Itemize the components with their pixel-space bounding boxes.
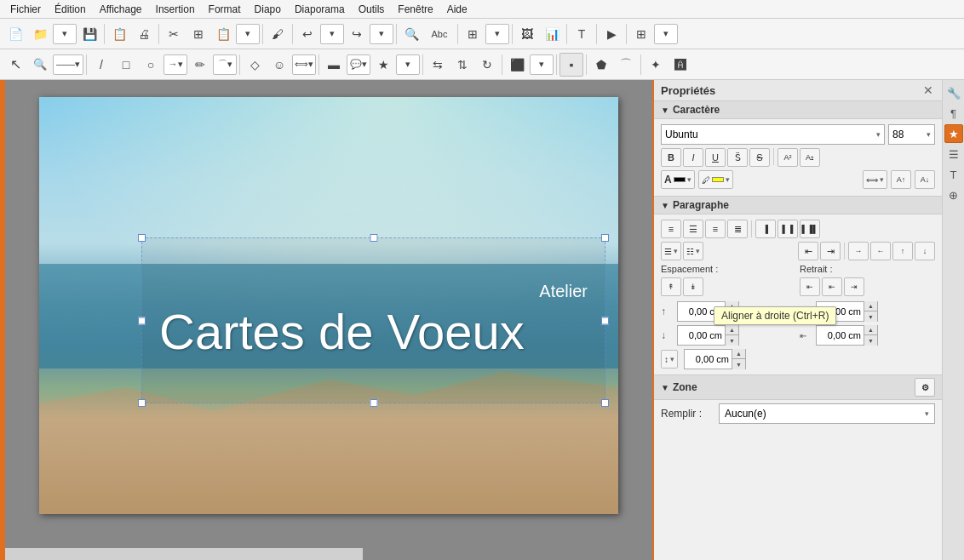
col-1-button[interactable]: ▐ [755,220,776,238]
text-box[interactable]: Atelier Cartes de Voeux [141,237,605,403]
menu-diaporama[interactable]: Diaporama [288,2,352,17]
menu-fichier[interactable]: Fichier [3,2,48,17]
first-indent-btn[interactable]: ⇤ [800,277,820,296]
underline-button[interactable]: U [705,148,726,167]
redo-dropdown[interactable]: ▾ [370,24,393,44]
side-gallery-icon[interactable]: ★ [944,124,963,143]
paste-dropdown[interactable]: ▾ [236,24,260,44]
superscript-button[interactable]: A² [778,148,798,167]
indent-less-button[interactable]: ⇤ [798,242,818,260]
star-dropdown[interactable]: ▾ [396,54,420,75]
callout-tool[interactable]: 💬▾ [347,54,370,75]
redo-button[interactable]: ↪ [345,22,369,46]
shadow-text-button[interactable]: S̈ [727,148,748,167]
line-tool[interactable]: / [89,53,113,77]
align-left-button[interactable]: ≡ [661,220,681,238]
panel-close-button[interactable]: ✕ [921,83,935,97]
side-functions-icon[interactable]: T [944,165,963,184]
retrait-first-dec[interactable]: ▼ [864,311,877,322]
new-button[interactable]: 📄 [3,22,27,46]
menu-insertion[interactable]: Insertion [149,2,202,17]
spacing-below-input[interactable]: 0,00 cm [678,330,725,340]
spellcheck-button[interactable]: Abc [424,22,455,46]
format-brush-button[interactable]: 🖌 [266,22,290,46]
font-size-select[interactable]: 88 ▾ [888,124,935,145]
ltr-button[interactable]: → [848,242,869,260]
bezier-tool[interactable]: ⌒ [614,53,638,77]
find-button[interactable]: 🔍 [399,22,423,46]
image-button[interactable]: 🖼 [515,22,539,46]
rotate-button[interactable]: ↻ [475,53,499,77]
textbox-button[interactable]: T [570,22,594,46]
grid-dropdown[interactable]: ▾ [654,24,678,44]
italic-button[interactable]: I [683,148,703,167]
rect-tool[interactable]: □ [114,53,138,77]
paste-button[interactable]: 📋 [211,22,235,46]
retrait-left-spinbox[interactable]: 0,00 cm ▲ ▼ [816,325,878,346]
line-spacing-dec[interactable]: ▼ [732,359,745,369]
smiley-tool[interactable]: ☺ [267,53,291,77]
cut-button[interactable]: ✂ [162,22,186,46]
star-tool[interactable]: ★ [371,53,395,77]
right-indent-btn[interactable]: ⇥ [844,277,864,296]
save-button[interactable]: 💾 [77,22,101,46]
font-color-button[interactable]: A ▾ [661,170,695,189]
line-spacing-inc[interactable]: ▲ [732,349,745,359]
undo-button[interactable]: ↩ [296,22,319,46]
align-right-button[interactable]: ≡ [705,220,726,238]
list-ordered-button[interactable]: ☷ ▾ [683,242,703,260]
text-up-button[interactable]: ↑ [892,242,913,260]
retrait-left-inc[interactable]: ▲ [864,325,877,335]
para-above-btn[interactable]: ↟ [661,277,681,296]
paragraphe-section-header[interactable]: ▼ Paragraphe [654,197,942,214]
list-unordered-button[interactable]: ☰ ▾ [661,242,681,260]
spacing-below-dec[interactable]: ▼ [725,335,738,346]
align-center-button[interactable]: ☰ [683,220,703,238]
zone-settings-button[interactable]: ⚙ [915,378,935,397]
strikethrough-button[interactable]: S [749,148,770,167]
zoom-tool[interactable]: 🔍 [28,53,52,77]
side-compass-icon[interactable]: ⊕ [944,186,963,204]
line-spacing-button[interactable]: ↕ ▾ [661,350,678,369]
flowchart-tool[interactable]: ▬ [322,53,346,77]
align-button[interactable]: ⬛ [505,53,529,77]
left-indent-btn[interactable]: ⇤ [822,277,842,296]
line-style-dropdown[interactable]: ——▾ [53,54,83,75]
select-tool[interactable]: ↖ [3,53,27,77]
arrow-tool[interactable]: →▾ [164,54,187,75]
freehand-tool[interactable]: ✏ [188,53,212,77]
open-dropdown[interactable]: ▾ [53,24,77,44]
copy-button[interactable]: ⊞ [186,22,210,46]
font-color-arrow[interactable]: ▾ [687,175,691,184]
line-spacing-input[interactable]: 0,00 cm [685,354,732,364]
arrow-shapes-dropdown[interactable]: ⟺▾ [292,54,316,75]
col-2-button[interactable]: ▌▐ [778,220,798,238]
table-insert-button[interactable]: ⊞ [461,22,485,46]
undo-dropdown[interactable]: ▾ [320,24,344,44]
retrait-left-dec[interactable]: ▼ [864,335,877,346]
curve-tool[interactable]: ⌒▾ [213,54,237,75]
char-spacing-arrow[interactable]: ▾ [880,175,884,184]
subscript-btn2[interactable]: A↓ [915,170,935,189]
distribute-button[interactable]: ▾ [530,54,554,75]
bold-button[interactable]: B [661,148,681,167]
grid-button[interactable]: ⊞ [629,22,653,46]
caractere-section-header[interactable]: ▼ Caractère [654,101,942,119]
side-styles-icon[interactable]: ¶ [944,104,963,123]
menu-format[interactable]: Format [202,2,248,17]
rtl-button[interactable]: ← [870,242,891,260]
flip-h-button[interactable]: ⇆ [426,53,450,77]
ellipse-tool[interactable]: ○ [139,53,163,77]
menu-fenetre[interactable]: Fenêtre [391,2,439,17]
zone-section-header[interactable]: ▼ Zone ⚙ [654,375,942,400]
indent-more-button[interactable]: ⇥ [820,242,841,260]
spacing-below-spinbox[interactable]: 0,00 cm ▲ ▼ [677,325,739,346]
horizontal-scrollbar[interactable] [5,548,363,560]
justify-button[interactable]: ≣ [727,220,748,238]
text-down-button[interactable]: ↓ [915,242,935,260]
retrait-left-input[interactable]: 0,00 cm [817,330,864,340]
para-below-btn[interactable]: ↡ [683,277,703,296]
menu-diapo[interactable]: Diapo [248,2,288,17]
remplir-select[interactable]: Aucun(e) ▾ [719,403,935,424]
highlight-arrow[interactable]: ▾ [726,175,730,184]
